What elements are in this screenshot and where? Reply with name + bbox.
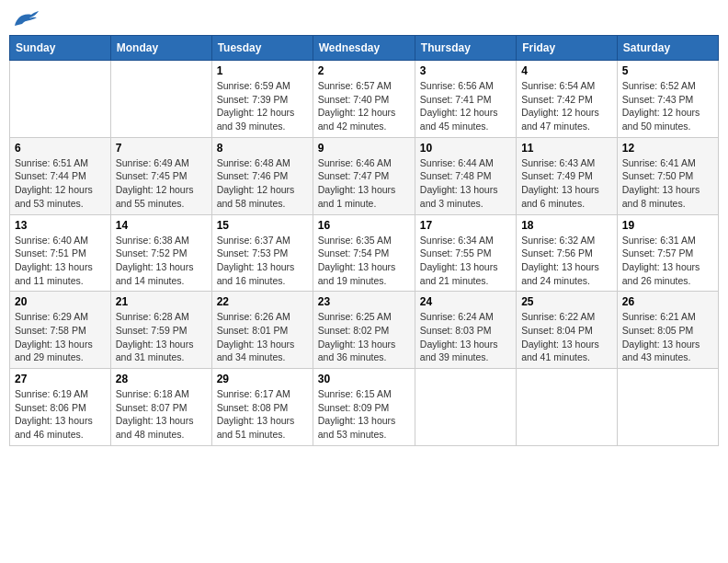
day-number: 5 <box>622 64 713 77</box>
day-header-saturday: Saturday <box>617 36 718 61</box>
day-cell: 19Sunrise: 6:31 AMSunset: 7:57 PMDayligh… <box>617 214 718 292</box>
day-info: Sunrise: 6:22 AMSunset: 8:04 PMDaylight:… <box>521 310 612 364</box>
day-info: Sunrise: 6:29 AMSunset: 7:58 PMDaylight:… <box>15 310 106 364</box>
day-info: Sunrise: 6:28 AMSunset: 7:59 PMDaylight:… <box>116 310 207 364</box>
day-number: 22 <box>217 295 308 308</box>
day-number: 9 <box>318 142 410 155</box>
day-cell: 17Sunrise: 6:34 AMSunset: 7:55 PMDayligh… <box>415 214 516 292</box>
week-row-3: 20Sunrise: 6:29 AMSunset: 7:58 PMDayligh… <box>10 292 719 369</box>
logo-icon <box>13 9 40 31</box>
day-cell <box>415 369 516 446</box>
week-row-2: 13Sunrise: 6:40 AMSunset: 7:51 PMDayligh… <box>10 214 719 292</box>
day-number: 21 <box>116 295 207 308</box>
day-cell: 27Sunrise: 6:19 AMSunset: 8:06 PMDayligh… <box>10 369 111 446</box>
day-info: Sunrise: 6:34 AMSunset: 7:55 PMDaylight:… <box>420 234 511 288</box>
day-header-sunday: Sunday <box>10 36 111 61</box>
day-info: Sunrise: 6:46 AMSunset: 7:47 PMDaylight:… <box>318 156 410 211</box>
day-number: 10 <box>420 142 511 155</box>
day-cell: 30Sunrise: 6:15 AMSunset: 8:09 PMDayligh… <box>313 369 415 446</box>
day-info: Sunrise: 6:41 AMSunset: 7:50 PMDaylight:… <box>622 156 713 211</box>
day-number: 24 <box>420 295 511 308</box>
day-cell: 5Sunrise: 6:52 AMSunset: 7:43 PMDaylight… <box>617 61 718 138</box>
day-cell: 23Sunrise: 6:25 AMSunset: 8:02 PMDayligh… <box>313 292 415 369</box>
day-info: Sunrise: 6:25 AMSunset: 8:02 PMDaylight:… <box>318 310 410 364</box>
day-number: 20 <box>15 295 106 308</box>
day-number: 6 <box>15 142 106 155</box>
day-header-thursday: Thursday <box>415 36 516 61</box>
day-info: Sunrise: 6:48 AMSunset: 7:46 PMDaylight:… <box>217 156 308 211</box>
day-number: 3 <box>420 64 511 77</box>
day-cell: 7Sunrise: 6:49 AMSunset: 7:45 PMDaylight… <box>110 137 211 214</box>
day-info: Sunrise: 6:51 AMSunset: 7:44 PMDaylight:… <box>15 156 106 211</box>
day-number: 17 <box>420 219 511 232</box>
day-header-monday: Monday <box>110 36 211 61</box>
day-number: 1 <box>217 64 308 77</box>
day-info: Sunrise: 6:52 AMSunset: 7:43 PMDaylight:… <box>622 79 713 133</box>
day-info: Sunrise: 6:37 AMSunset: 7:53 PMDaylight:… <box>217 234 308 288</box>
day-cell: 14Sunrise: 6:38 AMSunset: 7:52 PMDayligh… <box>110 214 211 292</box>
day-number: 2 <box>318 64 410 77</box>
day-number: 14 <box>116 219 207 232</box>
day-header-tuesday: Tuesday <box>211 36 313 61</box>
day-number: 28 <box>116 373 207 385</box>
day-cell: 6Sunrise: 6:51 AMSunset: 7:44 PMDaylight… <box>10 137 111 214</box>
day-cell: 13Sunrise: 6:40 AMSunset: 7:51 PMDayligh… <box>10 214 111 292</box>
day-cell: 9Sunrise: 6:46 AMSunset: 7:47 PMDaylight… <box>313 137 415 214</box>
day-info: Sunrise: 6:54 AMSunset: 7:42 PMDaylight:… <box>521 79 612 133</box>
day-cell: 3Sunrise: 6:56 AMSunset: 7:41 PMDaylight… <box>415 61 516 138</box>
page-header <box>9 9 719 31</box>
day-number: 11 <box>521 142 612 155</box>
day-number: 7 <box>116 142 207 155</box>
day-info: Sunrise: 6:59 AMSunset: 7:39 PMDaylight:… <box>217 79 308 133</box>
day-cell: 24Sunrise: 6:24 AMSunset: 8:03 PMDayligh… <box>415 292 516 369</box>
day-info: Sunrise: 6:19 AMSunset: 8:06 PMDaylight:… <box>15 387 106 442</box>
day-cell <box>517 369 618 446</box>
day-header-wednesday: Wednesday <box>313 36 415 61</box>
day-cell: 8Sunrise: 6:48 AMSunset: 7:46 PMDaylight… <box>211 137 313 214</box>
day-cell: 15Sunrise: 6:37 AMSunset: 7:53 PMDayligh… <box>211 214 313 292</box>
logo <box>13 9 42 31</box>
day-cell: 21Sunrise: 6:28 AMSunset: 7:59 PMDayligh… <box>110 292 211 369</box>
day-cell: 26Sunrise: 6:21 AMSunset: 8:05 PMDayligh… <box>617 292 718 369</box>
day-info: Sunrise: 6:18 AMSunset: 8:07 PMDaylight:… <box>116 387 207 442</box>
week-row-4: 27Sunrise: 6:19 AMSunset: 8:06 PMDayligh… <box>10 369 719 446</box>
day-info: Sunrise: 6:15 AMSunset: 8:09 PMDaylight:… <box>318 387 410 442</box>
day-info: Sunrise: 6:43 AMSunset: 7:49 PMDaylight:… <box>521 156 612 211</box>
day-cell <box>10 61 111 138</box>
day-cell: 22Sunrise: 6:26 AMSunset: 8:01 PMDayligh… <box>211 292 313 369</box>
day-info: Sunrise: 6:21 AMSunset: 8:05 PMDaylight:… <box>622 310 713 364</box>
day-cell: 18Sunrise: 6:32 AMSunset: 7:56 PMDayligh… <box>517 214 618 292</box>
day-number: 16 <box>318 219 410 232</box>
day-number: 26 <box>622 295 713 308</box>
day-info: Sunrise: 6:31 AMSunset: 7:57 PMDaylight:… <box>622 234 713 288</box>
week-row-1: 6Sunrise: 6:51 AMSunset: 7:44 PMDaylight… <box>10 137 719 214</box>
day-number: 15 <box>217 219 308 232</box>
calendar-table: SundayMondayTuesdayWednesdayThursdayFrid… <box>9 35 719 446</box>
day-number: 29 <box>217 373 308 385</box>
day-number: 13 <box>15 219 106 232</box>
day-info: Sunrise: 6:40 AMSunset: 7:51 PMDaylight:… <box>15 234 106 288</box>
day-info: Sunrise: 6:38 AMSunset: 7:52 PMDaylight:… <box>116 234 207 288</box>
day-number: 4 <box>521 64 612 77</box>
day-cell: 12Sunrise: 6:41 AMSunset: 7:50 PMDayligh… <box>617 137 718 214</box>
day-info: Sunrise: 6:17 AMSunset: 8:08 PMDaylight:… <box>217 387 308 442</box>
day-cell: 20Sunrise: 6:29 AMSunset: 7:58 PMDayligh… <box>10 292 111 369</box>
day-cell: 1Sunrise: 6:59 AMSunset: 7:39 PMDaylight… <box>211 61 313 138</box>
week-row-0: 1Sunrise: 6:59 AMSunset: 7:39 PMDaylight… <box>10 61 719 138</box>
day-number: 27 <box>15 373 106 385</box>
day-cell: 28Sunrise: 6:18 AMSunset: 8:07 PMDayligh… <box>110 369 211 446</box>
day-number: 12 <box>622 142 713 155</box>
day-cell: 29Sunrise: 6:17 AMSunset: 8:08 PMDayligh… <box>211 369 313 446</box>
day-cell: 4Sunrise: 6:54 AMSunset: 7:42 PMDaylight… <box>517 61 618 138</box>
day-number: 8 <box>217 142 308 155</box>
day-info: Sunrise: 6:35 AMSunset: 7:54 PMDaylight:… <box>318 234 410 288</box>
day-info: Sunrise: 6:24 AMSunset: 8:03 PMDaylight:… <box>420 310 511 364</box>
day-cell: 25Sunrise: 6:22 AMSunset: 8:04 PMDayligh… <box>517 292 618 369</box>
day-number: 25 <box>521 295 612 308</box>
day-cell: 2Sunrise: 6:57 AMSunset: 7:40 PMDaylight… <box>313 61 415 138</box>
day-cell <box>617 369 718 446</box>
day-info: Sunrise: 6:26 AMSunset: 8:01 PMDaylight:… <box>217 310 308 364</box>
day-number: 23 <box>318 295 410 308</box>
day-number: 30 <box>318 373 410 385</box>
day-info: Sunrise: 6:57 AMSunset: 7:40 PMDaylight:… <box>318 79 410 133</box>
